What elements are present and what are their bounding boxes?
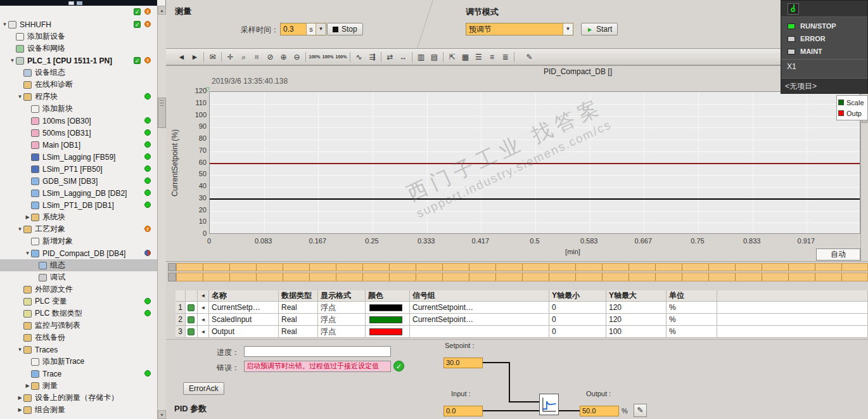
overview-handle[interactable] bbox=[168, 273, 176, 281]
tree-item[interactable]: Main [OB1] bbox=[0, 139, 157, 151]
tree-item[interactable]: 组态 bbox=[0, 259, 157, 271]
assign-arrow-icon[interactable]: ◄ bbox=[198, 326, 209, 338]
column-header[interactable]: Y轴最大 bbox=[606, 290, 667, 302]
stop-button[interactable]: Stop bbox=[327, 23, 363, 35]
tree-item[interactable]: 监控与强制表 bbox=[0, 319, 157, 332]
overview-handle[interactable] bbox=[168, 263, 176, 271]
color-cell[interactable] bbox=[366, 326, 410, 338]
column-header[interactable]: 显示格式 bbox=[318, 290, 366, 302]
back-icon[interactable]: ◄ bbox=[175, 50, 188, 63]
auto-scale-button[interactable]: 自动 bbox=[816, 248, 860, 261]
color-swatch[interactable] bbox=[369, 304, 402, 311]
table-row[interactable]: 2◄ScaledInputReal浮点CurrentSetpoint…0120% bbox=[176, 314, 868, 326]
chevron-right-icon[interactable]: ▶ bbox=[16, 395, 23, 401]
legend-toggle-icon[interactable]: ☰ bbox=[472, 50, 485, 63]
chevron-down-icon[interactable]: ▼ bbox=[1, 22, 8, 27]
manual-value-icon[interactable]: ✎ bbox=[634, 404, 647, 417]
horizontal-split-icon[interactable]: ▤ bbox=[428, 50, 441, 63]
format-cell[interactable]: 浮点 bbox=[318, 326, 366, 338]
tree-item[interactable]: PLC 数据类型 bbox=[0, 307, 157, 319]
sampling-time-value[interactable]: 0.3 bbox=[281, 23, 306, 35]
tree-item[interactable]: LSim_PT1_DB [DB1] bbox=[0, 199, 157, 211]
zoom-in-icon[interactable]: ⊕ bbox=[277, 50, 290, 63]
power-icon[interactable] bbox=[788, 3, 799, 15]
filler-cell[interactable] bbox=[717, 302, 868, 314]
ymax-cell[interactable]: 100 bbox=[606, 326, 667, 338]
chevron-down-icon[interactable]: ▼ bbox=[24, 250, 31, 256]
grid-toggle-icon[interactable]: ▦ bbox=[459, 50, 472, 63]
assign-arrow-icon[interactable]: ◄ bbox=[198, 302, 209, 314]
align-left-icon[interactable]: ≡ bbox=[485, 50, 499, 63]
chevron-down-icon[interactable]: ▼ bbox=[316, 23, 326, 35]
signal-group-cell[interactable] bbox=[410, 326, 549, 338]
column-header[interactable]: Y轴最小 bbox=[549, 290, 606, 302]
pan-hand-icon[interactable]: ✛ bbox=[224, 50, 237, 63]
color-cell[interactable] bbox=[366, 314, 410, 326]
zoom-select-icon[interactable]: ⌕ bbox=[237, 50, 250, 63]
chevron-down-icon[interactable]: ▼ bbox=[563, 23, 573, 35]
column-header[interactable]: 颜色 bbox=[366, 290, 410, 302]
tree-item[interactable]: 新增对象 bbox=[0, 235, 157, 247]
forward-icon[interactable]: ► bbox=[188, 50, 201, 63]
column-header[interactable] bbox=[717, 290, 868, 302]
color-swatch[interactable] bbox=[369, 328, 402, 335]
legend-item[interactable]: Scale bbox=[838, 97, 866, 108]
output-field[interactable]: 50.0 bbox=[580, 406, 619, 416]
overview-bar-upper[interactable] bbox=[176, 263, 868, 271]
zoom-100-vertical-icon[interactable]: 100% bbox=[321, 50, 335, 63]
pid-block-icon[interactable] bbox=[539, 394, 559, 415]
column-header[interactable] bbox=[176, 290, 186, 302]
tree-item[interactable]: ▼PID_Compact_DB [DB4] bbox=[0, 247, 157, 259]
ymin-cell[interactable]: 0 bbox=[549, 314, 606, 326]
align-right-icon[interactable]: ≣ bbox=[499, 50, 512, 63]
legend-item[interactable]: Outp bbox=[838, 108, 866, 119]
name-cell[interactable]: ScaledInput bbox=[209, 314, 279, 326]
zoom-undo-icon[interactable]: ⊘ bbox=[264, 50, 277, 63]
ymax-cell[interactable]: 120 bbox=[606, 314, 667, 326]
tree-item[interactable]: ▶设备上的测量（存储卡） bbox=[0, 392, 157, 404]
chevron-down-icon[interactable]: ▼ bbox=[16, 226, 23, 232]
tree-item[interactable]: 调试 bbox=[0, 271, 157, 283]
unit-cell[interactable]: % bbox=[667, 314, 717, 326]
ymin-cell[interactable]: 0 bbox=[549, 326, 606, 338]
name-cell[interactable]: CurrentSetp… bbox=[209, 302, 279, 314]
tree-item[interactable]: LSim_PT1 [FB50] bbox=[0, 163, 157, 175]
datatype-cell[interactable]: Real bbox=[279, 314, 318, 326]
column-header[interactable]: 单位 bbox=[667, 290, 717, 302]
compress-view-icon[interactable]: ⇄ bbox=[383, 50, 397, 63]
tree-item[interactable]: ▼PLC_1 [CPU 1511-1 PN]✓! bbox=[0, 55, 157, 67]
tree-item[interactable]: ▼工艺对象! bbox=[0, 223, 157, 235]
tree-item[interactable]: 设备组态 bbox=[0, 67, 157, 79]
scrollbar-thumb[interactable] bbox=[158, 98, 166, 128]
zoom-region-icon[interactable]: ⌗ bbox=[250, 50, 264, 63]
tree-item[interactable]: ▶组合测量 bbox=[0, 404, 157, 416]
chevron-down-icon[interactable]: ▼ bbox=[9, 58, 16, 63]
curve-mode-icon[interactable]: ∿ bbox=[352, 50, 366, 63]
tree-item[interactable]: 外部源文件 bbox=[0, 283, 157, 295]
tuning-mode-value[interactable]: 预调节 bbox=[466, 23, 563, 35]
tree-item[interactable]: 在线和诊断 bbox=[0, 79, 157, 91]
signal-group-cell[interactable]: CurrentSetpoint… bbox=[410, 314, 549, 326]
vertical-split-icon[interactable]: ▥ bbox=[414, 50, 428, 63]
tree-item[interactable]: ▼Traces bbox=[0, 344, 157, 356]
signal-type-cell[interactable] bbox=[186, 302, 198, 314]
datatype-cell[interactable]: Real bbox=[279, 326, 318, 338]
zoom-100-horizontal-icon[interactable]: 100% bbox=[335, 50, 348, 63]
unit-cell[interactable]: % bbox=[667, 302, 717, 314]
chevron-right-icon[interactable]: ▶ bbox=[24, 383, 31, 389]
error-ack-button[interactable]: ErrorAck bbox=[183, 382, 224, 395]
format-cell[interactable]: 浮点 bbox=[318, 302, 366, 314]
chevron-down-icon[interactable]: ▼ bbox=[16, 94, 23, 100]
snapshot-icon[interactable]: ✎ bbox=[523, 50, 536, 63]
ymin-cell[interactable]: 0 bbox=[549, 302, 606, 314]
tree-item[interactable]: 添加新块 bbox=[0, 103, 157, 115]
tree-item[interactable]: 500ms [OB31] bbox=[0, 127, 157, 139]
format-cell[interactable]: 浮点 bbox=[318, 314, 366, 326]
chevron-right-icon[interactable]: ▶ bbox=[16, 407, 23, 413]
zoom-100-icon[interactable]: 100% bbox=[308, 50, 321, 63]
sample-mode-icon[interactable]: ⇶ bbox=[366, 50, 379, 63]
column-header[interactable] bbox=[186, 290, 198, 302]
progress-field[interactable] bbox=[244, 346, 391, 357]
input-field[interactable]: 0.0 bbox=[444, 406, 483, 416]
filler-cell[interactable] bbox=[717, 314, 868, 326]
